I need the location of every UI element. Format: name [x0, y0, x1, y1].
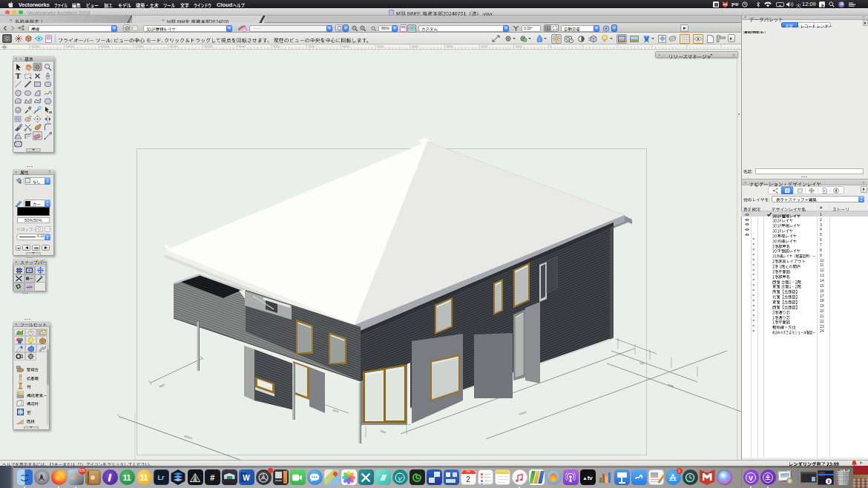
- svg-text:10010: 10010: [519, 411, 527, 416]
- svg-text:1820: 1820: [332, 409, 339, 413]
- svg-text:3660: 3660: [159, 383, 165, 389]
- svg-text:910: 910: [640, 361, 645, 366]
- svg-text:2560: 2560: [380, 429, 387, 434]
- svg-text:4549.5: 4549.5: [184, 435, 193, 441]
- svg-text:T: T: [16, 72, 21, 80]
- svg-text:5005: 5005: [668, 383, 674, 388]
